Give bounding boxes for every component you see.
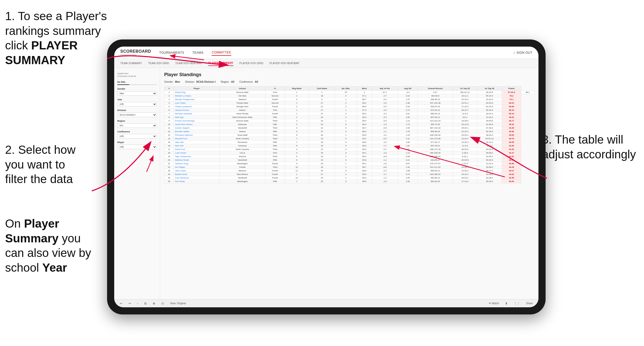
data-cell: 16 [164,144,174,148]
data-cell: 1 [285,101,309,105]
data-cell: 0 [335,141,357,144]
nav-item-teams[interactable]: TEAMS [192,50,204,56]
filter-conference: Conference (All) [117,130,157,139]
instruction-3-line2: adjust accordingly [542,148,636,161]
data-cell: 23 [309,158,335,162]
conference-select[interactable]: (All) [117,134,157,139]
data-cell: 35-26-4 [477,180,502,183]
data-cell: 88.2 [521,91,534,94]
table-row: 8Mats EgeEast Tennessee StateFifth124268… [164,116,534,119]
year-select[interactable]: (All) [117,102,157,106]
player-select[interactable]: (All) [117,145,157,149]
data-cell: 8-6-1 [453,116,477,119]
data-cell: 27 [309,173,335,176]
conference-label: Conference [117,130,157,133]
points-cell: 42.35 [502,148,521,151]
data-cell: 53-91-10 [477,137,502,141]
data-cell: 21 [309,126,335,130]
data-cell: New Mexico [220,173,265,176]
player-name-cell: Ian Gilligan [174,165,220,169]
data-cell: 1 [335,133,357,137]
player-name-cell: Jake Hall [174,141,220,144]
data-cell: 18 [164,151,174,155]
col-vs25: Vs Top 25 [453,87,477,91]
watch-btn[interactable]: 👁 Watch [487,301,501,305]
col-no-rds: No. Rds. [335,87,357,91]
points-cell: 39.45 [502,180,521,183]
sub-nav-player-summary[interactable]: PLAYER SUMMARY [208,61,233,66]
data-cell: 49-35-9 [477,158,502,162]
player-name-cell: David Ford [174,148,220,151]
data-cell: 24 [309,116,335,119]
gender-select[interactable]: Men [117,91,157,96]
paste-btn[interactable]: ⊕ [151,301,157,306]
data-cell: 0 [335,151,357,155]
data-cell: 406-172-16 [418,148,453,151]
data-cell: 69.0 [357,133,372,137]
data-cell: -2.7 [372,94,398,98]
download-btn[interactable]: ⬇ [504,301,509,306]
data-cell: 38-46-4 [477,133,502,137]
data-cell: 68.7 [357,165,372,169]
sub-nav-player-h2h-heatmap[interactable]: PLAYER H2H HEATMAP [269,61,299,66]
data-cell: Arizona [220,155,265,158]
division-filter-label: Division: NCAA Division I [185,80,216,83]
data-cell: 0.74 [398,173,418,176]
data-cell: -0.8 [372,155,398,158]
sub-nav-team-h2h-heatmap[interactable]: TEAM H2H HEATMAP [175,61,202,66]
redo-btn[interactable]: ↪ [127,301,133,306]
data-cell: Third [265,133,285,137]
points-cell: 42.54 [502,144,521,148]
points-cell: 43.49 [502,126,521,130]
table-row: 11Gordon SargentVanderbiltThird421068.7-… [164,126,534,130]
sign-out-link[interactable]: Sign out [517,50,532,56]
data-cell: 1 [285,91,309,94]
player-name-cell: Matthew Riedel [174,158,220,162]
data-cell: 24 [309,165,335,169]
points-cell: 40.98 [502,162,521,165]
table-row: 14Maxwell FordNorth CarolinaThird723069.… [164,137,534,141]
data-cell: Fourth [265,112,285,116]
nav-item-tournaments[interactable]: TOURNAMENTS [159,50,184,56]
region-select[interactable]: N/A [117,123,157,128]
undo-btn[interactable]: ↩ [118,301,124,306]
points-cell: 78.2 [502,94,521,98]
data-cell: Washington [220,162,265,165]
data-cell: 8 [309,98,335,101]
sub-nav-team-summary[interactable]: TEAM SUMMARY [120,61,142,66]
back-btn[interactable]: ‹ [136,301,140,306]
data-cell: 1.43 [398,165,418,169]
no-rds-slider[interactable] [117,84,157,85]
sub-nav-player-h2h-grid[interactable]: PLAYER H2H GRID [239,61,263,66]
data-cell: 19-11-1 [453,94,477,98]
data-cell: 68.7 [357,98,372,101]
copy-btn[interactable]: ⧉ [143,301,148,306]
data-cell: 50-18-5 [477,130,502,133]
data-cell: 1.41 [398,137,418,141]
data-cell: -0.2 [372,148,398,151]
data-cell: 1.13 [398,151,418,155]
col-conf-rank: Conf Rank [309,87,335,91]
slider-fill [117,84,129,85]
data-cell: 67.1 [357,94,372,98]
share-btn[interactable]: Share [524,301,534,305]
data-cell: 1.92 [398,144,418,148]
clock-btn[interactable]: ⊙ [160,301,165,306]
data-cell: 1 [164,91,174,94]
data-cell: Fifth [265,180,285,183]
data-cell: Fourth [265,169,285,173]
points-cell: 40.02 [502,173,521,176]
data-cell: 28-12-7 [453,108,477,112]
player-name-cell: Mats Ege [174,116,220,119]
division-select[interactable]: NCAA Division I [117,113,157,117]
nav-item-committee[interactable]: COMMITTEE [212,50,231,56]
filter-row: Gender: Men Division: NCAA Division I Re… [164,80,534,83]
data-cell: -2.0 [372,108,398,112]
data-cell: 30 [309,133,335,137]
data-cell: 1 [335,176,357,180]
sub-nav-team-h2h-grid[interactable]: TEAM H2H GRID [148,61,169,66]
view-original-btn[interactable]: View: Original [169,301,187,305]
data-cell: 31-15-1 [453,130,477,133]
more-btn[interactable]: ⋮⋮ [512,301,521,306]
data-cell: 2 [335,155,357,158]
